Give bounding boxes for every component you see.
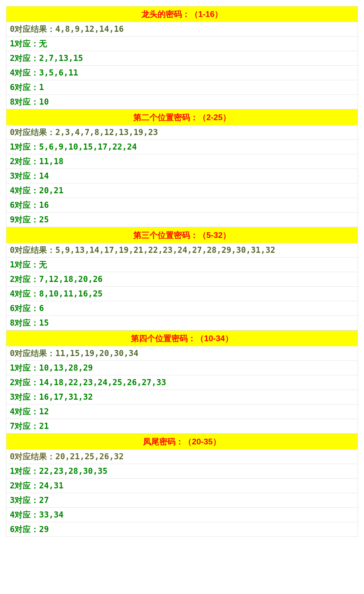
section-header: 第三个位置密码：（5-32） [6, 227, 358, 243]
section-header: 龙头的密码：（1-16） [6, 6, 358, 22]
data-row: 6对应：16 [6, 198, 358, 213]
document-root: 龙头的密码：（1-16）0对应结果：4,8,9,12,14,161对应：无2对应… [6, 6, 358, 537]
data-row: 4对应：20,21 [6, 183, 358, 198]
data-row: 8对应：15 [6, 316, 358, 330]
section: 第二个位置密码：（2-25）0对应结果：2,3,4,7,8,12,13,19,2… [6, 109, 358, 227]
data-row: 0对应结果：4,8,9,12,14,16 [6, 22, 358, 37]
data-row: 0对应结果：11,15,19,20,30,34 [6, 346, 358, 361]
section: 第三个位置密码：（5-32）0对应结果：5,9,13,14,17,19,21,2… [6, 227, 358, 330]
section: 龙头的密码：（1-16）0对应结果：4,8,9,12,14,161对应：无2对应… [6, 6, 358, 109]
data-row: 0对应结果：2,3,4,7,8,12,13,19,23 [6, 125, 358, 140]
section-header: 第二个位置密码：（2-25） [6, 109, 358, 125]
data-row: 2对应：14,18,22,23,24,25,26,27,33 [6, 375, 358, 390]
data-row: 1对应：无 [6, 258, 358, 272]
data-row: 6对应：29 [6, 522, 358, 537]
data-row: 6对应：1 [6, 80, 358, 95]
data-row: 3对应：14 [6, 169, 358, 183]
data-row: 2对应：24,31 [6, 479, 358, 493]
data-row: 0对应结果：5,9,13,14,17,19,21,22,23,24,27,28,… [6, 243, 358, 258]
section-header: 第四个位置密码：（10-34） [6, 330, 358, 346]
data-row: 1对应：无 [6, 37, 358, 51]
data-row: 0对应结果：20,21,25,26,32 [6, 449, 358, 464]
data-row: 2对应：2,7,13,15 [6, 51, 358, 66]
section: 凤尾密码：（20-35）0对应结果：20,21,25,26,321对应：22,2… [6, 434, 358, 537]
data-row: 9对应：25 [6, 213, 358, 227]
data-row: 8对应：10 [6, 95, 358, 109]
data-row: 3对应：27 [6, 493, 358, 508]
data-row: 2对应：7,12,18,20,26 [6, 272, 358, 287]
data-row: 1对应：10,13,28,29 [6, 361, 358, 375]
data-row: 3对应：16,17,31,32 [6, 390, 358, 404]
section-header: 凤尾密码：（20-35） [6, 434, 358, 449]
data-row: 7对应：21 [6, 419, 358, 434]
data-row: 1对应：5,6,9,10,15,17,22,24 [6, 140, 358, 154]
data-row: 2对应：11,18 [6, 154, 358, 169]
data-row: 1对应：22,23,28,30,35 [6, 464, 358, 479]
data-row: 4对应：3,5,6,11 [6, 66, 358, 80]
data-row: 4对应：8,10,11,16,25 [6, 287, 358, 301]
data-row: 4对应：12 [6, 404, 358, 419]
section: 第四个位置密码：（10-34）0对应结果：11,15,19,20,30,341对… [6, 330, 358, 434]
data-row: 6对应：6 [6, 301, 358, 316]
data-row: 4对应：33,34 [6, 508, 358, 522]
